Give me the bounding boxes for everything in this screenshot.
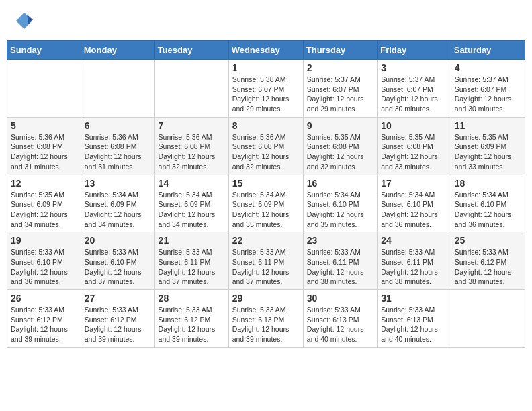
calendar-cell: 24Sunrise: 5:33 AM Sunset: 6:11 PM Dayli… <box>378 232 451 290</box>
day-info: Sunrise: 5:37 AM Sunset: 6:07 PM Dayligh… <box>381 75 447 114</box>
calendar-cell: 1Sunrise: 5:38 AM Sunset: 6:07 PM Daylig… <box>228 60 303 118</box>
calendar-cell: 10Sunrise: 5:35 AM Sunset: 6:08 PM Dayli… <box>378 117 451 175</box>
day-number: 14 <box>159 178 225 189</box>
calendar-day-header: Sunday <box>7 41 81 60</box>
day-number: 29 <box>232 293 300 304</box>
page-header <box>7 7 525 35</box>
calendar-cell: 9Sunrise: 5:35 AM Sunset: 6:08 PM Daylig… <box>303 117 377 175</box>
day-number: 27 <box>85 293 151 304</box>
day-number: 7 <box>159 120 225 131</box>
calendar-cell: 11Sunrise: 5:35 AM Sunset: 6:09 PM Dayli… <box>451 117 525 175</box>
calendar-cell: 26Sunrise: 5:33 AM Sunset: 6:12 PM Dayli… <box>7 290 81 348</box>
day-info: Sunrise: 5:36 AM Sunset: 6:08 PM Dayligh… <box>232 132 300 172</box>
day-number: 30 <box>307 293 373 304</box>
day-info: Sunrise: 5:36 AM Sunset: 6:08 PM Dayligh… <box>85 132 151 172</box>
day-number: 8 <box>232 120 300 131</box>
calendar-week-row: 12Sunrise: 5:35 AM Sunset: 6:09 PM Dayli… <box>7 175 525 232</box>
calendar-cell: 2Sunrise: 5:37 AM Sunset: 6:07 PM Daylig… <box>303 60 377 118</box>
day-info: Sunrise: 5:33 AM Sunset: 6:13 PM Dayligh… <box>232 305 300 345</box>
day-info: Sunrise: 5:33 AM Sunset: 6:13 PM Dayligh… <box>307 305 373 345</box>
day-number: 20 <box>85 235 151 246</box>
day-number: 9 <box>307 120 373 131</box>
day-info: Sunrise: 5:33 AM Sunset: 6:11 PM Dayligh… <box>381 247 447 287</box>
day-info: Sunrise: 5:34 AM Sunset: 6:09 PM Dayligh… <box>232 190 300 230</box>
calendar-cell: 19Sunrise: 5:33 AM Sunset: 6:10 PM Dayli… <box>7 232 81 290</box>
calendar-cell: 13Sunrise: 5:34 AM Sunset: 6:09 PM Dayli… <box>81 175 154 232</box>
day-info: Sunrise: 5:33 AM Sunset: 6:10 PM Dayligh… <box>11 247 77 287</box>
calendar-cell: 5Sunrise: 5:36 AM Sunset: 6:08 PM Daylig… <box>7 117 81 175</box>
day-info: Sunrise: 5:36 AM Sunset: 6:08 PM Dayligh… <box>159 132 225 172</box>
calendar-cell: 3Sunrise: 5:37 AM Sunset: 6:07 PM Daylig… <box>378 60 451 118</box>
calendar-cell: 21Sunrise: 5:33 AM Sunset: 6:11 PM Dayli… <box>154 232 228 290</box>
calendar-cell: 8Sunrise: 5:36 AM Sunset: 6:08 PM Daylig… <box>228 117 303 175</box>
day-info: Sunrise: 5:35 AM Sunset: 6:08 PM Dayligh… <box>381 132 447 172</box>
calendar-cell: 30Sunrise: 5:33 AM Sunset: 6:13 PM Dayli… <box>303 290 377 348</box>
day-number: 28 <box>159 293 225 304</box>
day-info: Sunrise: 5:34 AM Sunset: 6:09 PM Dayligh… <box>85 190 151 230</box>
day-info: Sunrise: 5:37 AM Sunset: 6:07 PM Dayligh… <box>307 75 373 114</box>
calendar-day-header: Saturday <box>451 41 525 60</box>
day-number: 13 <box>85 178 151 189</box>
day-number: 12 <box>11 178 77 189</box>
day-info: Sunrise: 5:33 AM Sunset: 6:11 PM Dayligh… <box>307 247 373 287</box>
day-number: 25 <box>455 235 521 246</box>
day-info: Sunrise: 5:33 AM Sunset: 6:12 PM Dayligh… <box>11 305 77 345</box>
day-number: 10 <box>381 120 447 131</box>
calendar-day-header: Tuesday <box>154 41 228 60</box>
day-info: Sunrise: 5:34 AM Sunset: 6:10 PM Dayligh… <box>307 190 373 230</box>
day-info: Sunrise: 5:34 AM Sunset: 6:10 PM Dayligh… <box>455 190 521 230</box>
day-info: Sunrise: 5:33 AM Sunset: 6:11 PM Dayligh… <box>159 247 225 287</box>
calendar-week-row: 26Sunrise: 5:33 AM Sunset: 6:12 PM Dayli… <box>7 290 525 348</box>
logo-icon <box>13 10 35 32</box>
day-info: Sunrise: 5:35 AM Sunset: 6:09 PM Dayligh… <box>11 190 77 230</box>
calendar-cell <box>7 60 81 118</box>
calendar-day-header: Monday <box>81 41 154 60</box>
logo <box>13 10 38 32</box>
day-number: 16 <box>307 178 373 189</box>
day-number: 21 <box>159 235 225 246</box>
day-info: Sunrise: 5:35 AM Sunset: 6:09 PM Dayligh… <box>455 132 521 172</box>
day-info: Sunrise: 5:33 AM Sunset: 6:10 PM Dayligh… <box>85 247 151 287</box>
day-number: 18 <box>455 178 521 189</box>
calendar-cell: 23Sunrise: 5:33 AM Sunset: 6:11 PM Dayli… <box>303 232 377 290</box>
calendar-day-header: Thursday <box>303 41 377 60</box>
calendar-cell: 27Sunrise: 5:33 AM Sunset: 6:12 PM Dayli… <box>81 290 154 348</box>
calendar-cell: 22Sunrise: 5:33 AM Sunset: 6:11 PM Dayli… <box>228 232 303 290</box>
day-number: 2 <box>307 62 373 73</box>
day-info: Sunrise: 5:33 AM Sunset: 6:11 PM Dayligh… <box>232 247 300 287</box>
calendar-day-header: Wednesday <box>228 41 303 60</box>
calendar-cell: 4Sunrise: 5:37 AM Sunset: 6:07 PM Daylig… <box>451 60 525 118</box>
calendar-cell: 29Sunrise: 5:33 AM Sunset: 6:13 PM Dayli… <box>228 290 303 348</box>
day-number: 17 <box>381 178 447 189</box>
day-info: Sunrise: 5:35 AM Sunset: 6:08 PM Dayligh… <box>307 132 373 172</box>
day-info: Sunrise: 5:33 AM Sunset: 6:12 PM Dayligh… <box>85 305 151 345</box>
day-number: 4 <box>455 62 521 73</box>
calendar-week-row: 1Sunrise: 5:38 AM Sunset: 6:07 PM Daylig… <box>7 60 525 118</box>
day-info: Sunrise: 5:33 AM Sunset: 6:13 PM Dayligh… <box>381 305 447 345</box>
calendar-cell: 25Sunrise: 5:33 AM Sunset: 6:12 PM Dayli… <box>451 232 525 290</box>
day-number: 1 <box>232 62 300 73</box>
calendar-cell: 28Sunrise: 5:33 AM Sunset: 6:12 PM Dayli… <box>154 290 228 348</box>
calendar-cell: 6Sunrise: 5:36 AM Sunset: 6:08 PM Daylig… <box>81 117 154 175</box>
day-number: 11 <box>455 120 521 131</box>
calendar-cell: 31Sunrise: 5:33 AM Sunset: 6:13 PM Dayli… <box>378 290 451 348</box>
day-number: 19 <box>11 235 77 246</box>
calendar-header-row: SundayMondayTuesdayWednesdayThursdayFrid… <box>7 41 525 60</box>
day-info: Sunrise: 5:34 AM Sunset: 6:10 PM Dayligh… <box>381 190 447 230</box>
day-number: 6 <box>85 120 151 131</box>
calendar-cell: 7Sunrise: 5:36 AM Sunset: 6:08 PM Daylig… <box>154 117 228 175</box>
day-info: Sunrise: 5:36 AM Sunset: 6:08 PM Dayligh… <box>11 132 77 172</box>
calendar-cell <box>451 290 525 348</box>
calendar-table: SundayMondayTuesdayWednesdayThursdayFrid… <box>7 40 525 348</box>
calendar-cell <box>81 60 154 118</box>
day-info: Sunrise: 5:37 AM Sunset: 6:07 PM Dayligh… <box>455 75 521 114</box>
day-info: Sunrise: 5:38 AM Sunset: 6:07 PM Dayligh… <box>232 75 300 114</box>
day-info: Sunrise: 5:34 AM Sunset: 6:09 PM Dayligh… <box>159 190 225 230</box>
calendar-cell: 16Sunrise: 5:34 AM Sunset: 6:10 PM Dayli… <box>303 175 377 232</box>
day-number: 26 <box>11 293 77 304</box>
day-number: 31 <box>381 293 447 304</box>
day-number: 23 <box>307 235 373 246</box>
calendar-cell <box>154 60 228 118</box>
calendar-week-row: 5Sunrise: 5:36 AM Sunset: 6:08 PM Daylig… <box>7 117 525 175</box>
day-number: 24 <box>381 235 447 246</box>
